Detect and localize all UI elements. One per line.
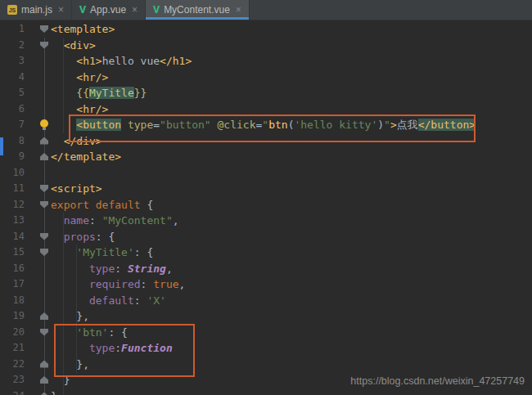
- code-line[interactable]: 13 name: "MyContent",: [0, 213, 532, 229]
- line-number[interactable]: 23: [0, 372, 25, 388]
- line-number[interactable]: 1: [0, 21, 25, 38]
- code-text: <h1>hello vue</h1>: [51, 53, 192, 70]
- close-tab-icon[interactable]: ×: [236, 4, 241, 16]
- code-text: }: [51, 372, 70, 388]
- code-token: <script>: [51, 182, 102, 195]
- fold-open-icon[interactable]: [40, 329, 48, 336]
- intention-bulb-icon[interactable]: [40, 119, 48, 128]
- code-token: default: [89, 294, 134, 307]
- code-line[interactable]: 12export default {: [0, 197, 532, 213]
- fold-open-icon[interactable]: [40, 233, 48, 240]
- code-token: [51, 294, 89, 307]
- line-number[interactable]: 15: [0, 245, 25, 261]
- line-number[interactable]: 2: [0, 38, 25, 54]
- fold-open-icon[interactable]: [40, 25, 48, 33]
- code-line[interactable]: 15 'MyTitle': {: [0, 245, 532, 261]
- tab-main-js[interactable]: JSmain.js×: [0, 0, 72, 20]
- code-line[interactable]: 24}: [0, 388, 532, 395]
- fold-close-icon[interactable]: [40, 393, 48, 395]
- line-number[interactable]: 8: [0, 133, 25, 150]
- watermark-url: https://blog.csdn.net/weixin_47257749: [350, 375, 525, 387]
- code-token: [211, 119, 218, 131]
- close-tab-icon[interactable]: ×: [132, 4, 138, 16]
- close-tab-icon[interactable]: ×: [58, 4, 64, 16]
- code-line[interactable]: 7 <button type="button" @click="btn('hel…: [0, 117, 532, 133]
- code-token: [51, 342, 89, 354]
- code-token: 'hello kitty': [294, 119, 377, 131]
- code-token: [51, 214, 64, 227]
- fold-open-icon[interactable]: [40, 185, 48, 192]
- code-text: {{MyTitle}}: [51, 85, 147, 101]
- line-number[interactable]: 21: [0, 340, 25, 357]
- editor-tab-bar: JSmain.js×VApp.vue×VMyContent.vue×: [0, 0, 532, 20]
- code-token: ,: [166, 263, 173, 275]
- code-token: type: [89, 263, 115, 275]
- tab-label: App.vue: [90, 4, 126, 16]
- code-text: <hr/>: [51, 101, 108, 118]
- fold-open-icon[interactable]: [40, 201, 48, 209]
- code-text: </div>: [51, 133, 102, 150]
- fold-open-icon[interactable]: [40, 249, 48, 256]
- code-line[interactable]: 2 <div>: [0, 38, 532, 54]
- code-token: Function: [121, 342, 173, 354]
- left-edge-blue-marker: [0, 137, 3, 155]
- code-token: [51, 119, 76, 131]
- line-number[interactable]: 18: [0, 293, 25, 309]
- tab-app-vue[interactable]: VApp.vue×: [72, 0, 146, 20]
- code-token: : {: [108, 326, 127, 339]
- code-line[interactable]: 8 </div>: [0, 133, 532, 150]
- code-line[interactable]: 22 },: [0, 357, 532, 373]
- code-line[interactable]: 21 type:Function: [0, 340, 532, 357]
- code-token: "button": [160, 119, 211, 131]
- line-number[interactable]: 16: [0, 261, 25, 277]
- code-token: MyTitle: [89, 87, 134, 99]
- code-line[interactable]: 20 'btn': {: [0, 325, 532, 341]
- code-token: 'X': [147, 294, 165, 307]
- code-token: true: [153, 278, 178, 290]
- code-text: <template>: [51, 21, 115, 38]
- line-number[interactable]: 19: [0, 308, 25, 325]
- code-token: [51, 231, 64, 243]
- fold-close-icon[interactable]: [40, 361, 48, 368]
- line-number[interactable]: 24: [0, 388, 25, 395]
- fold-close-icon[interactable]: [40, 376, 48, 384]
- code-line[interactable]: 4 <hr/>: [0, 70, 532, 86]
- code-token: <hr/>: [76, 71, 108, 83]
- fold-close-icon[interactable]: [40, 153, 48, 160]
- fold-open-icon[interactable]: [40, 42, 48, 49]
- code-line[interactable]: 10: [0, 165, 532, 182]
- line-number[interactable]: 17: [0, 276, 25, 293]
- code-line[interactable]: 19 },: [0, 308, 532, 325]
- code-token: [51, 39, 64, 52]
- line-number[interactable]: 22: [0, 357, 25, 373]
- code-line[interactable]: 9</template>: [0, 149, 532, 165]
- code-line[interactable]: 5 {{MyTitle}}: [0, 85, 532, 101]
- code-token: [51, 326, 76, 339]
- code-text: },: [51, 308, 89, 325]
- code-editor[interactable]: 1<template>2 <div>3 <h1>hello vue</h1>4 …: [0, 20, 532, 395]
- line-number[interactable]: 12: [0, 197, 25, 213]
- code-line[interactable]: 17 required: true,: [0, 276, 532, 293]
- code-line[interactable]: 16 type: String,: [0, 261, 532, 277]
- fold-close-icon[interactable]: [40, 137, 48, 145]
- line-number[interactable]: 14: [0, 229, 25, 245]
- code-line[interactable]: 1<template>: [0, 21, 532, 38]
- fold-close-icon[interactable]: [40, 312, 48, 320]
- line-number[interactable]: 20: [0, 325, 25, 341]
- code-line[interactable]: 14 props: {: [0, 229, 532, 245]
- line-number[interactable]: 10: [0, 165, 25, 182]
- code-line[interactable]: 3 <h1>hello vue</h1>: [0, 53, 532, 70]
- line-number[interactable]: 13: [0, 213, 25, 229]
- code-line[interactable]: 11<script>: [0, 181, 532, 197]
- line-number[interactable]: 3: [0, 53, 25, 70]
- line-number[interactable]: 7: [0, 117, 25, 133]
- line-number[interactable]: 6: [0, 101, 25, 118]
- line-number[interactable]: 9: [0, 149, 25, 165]
- code-token: : {: [134, 246, 153, 258]
- tab-mycontent-vue[interactable]: VMyContent.vue×: [146, 0, 250, 20]
- code-line[interactable]: 18 default: 'X': [0, 293, 532, 309]
- line-number[interactable]: 11: [0, 181, 25, 197]
- code-line[interactable]: 6 <hr/>: [0, 101, 532, 118]
- line-number[interactable]: 5: [0, 85, 25, 101]
- line-number[interactable]: 4: [0, 70, 25, 86]
